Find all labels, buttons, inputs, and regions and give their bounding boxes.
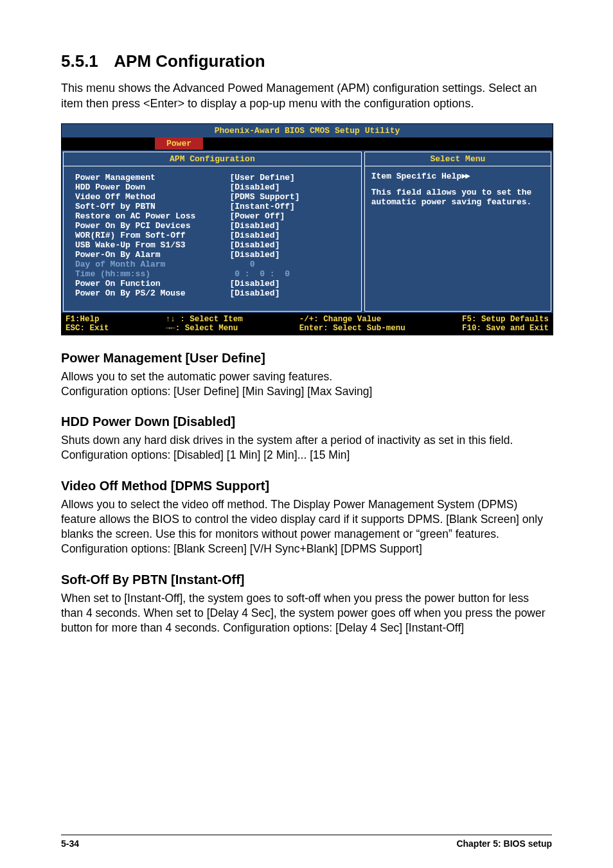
- bios-settings-list: Power ManagementHDD Power DownVideo Off …: [64, 166, 361, 311]
- sub-heading: Power Management [User Define]: [61, 351, 552, 366]
- sub-body: Allows you to set the automatic power sa…: [61, 369, 552, 400]
- bios-setting-label[interactable]: Power On By PCI Devices: [75, 221, 229, 231]
- bios-setting-value[interactable]: [Disabled]: [229, 231, 353, 240]
- bios-setting-value[interactable]: [Instant-Off]: [229, 202, 353, 211]
- bios-footer-mid2: -/+: Change Value Enter: Select Sub-menu: [299, 315, 405, 333]
- section-title: APM Configuration: [114, 51, 265, 71]
- bios-side-header: Select Menu: [365, 152, 551, 166]
- bios-setting-value[interactable]: [Disabled]: [229, 250, 353, 260]
- bios-setting-value[interactable]: [Disabled]: [229, 182, 353, 192]
- bios-footer: F1:Help ESC: Exit ↑↓ : Select Item →←: S…: [62, 313, 553, 335]
- bios-setting-label[interactable]: Power On By PS/2 Mouse: [75, 288, 229, 298]
- sub-heading: Video Off Method [DPMS Support]: [61, 479, 552, 493]
- sub-heading: HDD Power Down [Disabled]: [61, 414, 552, 429]
- help-arrows-icon: ►►: [461, 172, 469, 181]
- sub-body: Shuts down any hard disk drives in the s…: [61, 433, 552, 463]
- section-intro: This menu shows the Advanced Powed Manag…: [61, 80, 552, 112]
- bios-setting-value[interactable]: [Disabled]: [229, 288, 353, 298]
- bios-help-pane: Select Menu Item Specific Help►► This fi…: [364, 152, 551, 312]
- bios-setting-value[interactable]: 0: [229, 260, 353, 269]
- bios-footer-right: F5: Setup Defaults F10: Save and Exit: [462, 315, 549, 333]
- bios-main-pane: APM Configuration Power ManagementHDD Po…: [63, 152, 362, 312]
- bios-tab-power[interactable]: Power: [155, 137, 203, 150]
- bios-setting-value[interactable]: 0 : 0 : 0: [229, 269, 353, 279]
- bios-setting-value[interactable]: [Disabled]: [229, 221, 353, 231]
- bios-setting-value[interactable]: [Disabled]: [229, 240, 353, 250]
- page-footer-chapter: Chapter 5: BIOS setup: [456, 838, 552, 849]
- bios-setting-label[interactable]: WOR(RI#) From Soft-Off: [75, 231, 229, 240]
- sub-body: When set to [Instant-Off], the system go…: [61, 591, 552, 636]
- bios-setting-value[interactable]: [User Define]: [229, 173, 353, 182]
- bios-setting-label[interactable]: HDD Power Down: [75, 182, 229, 192]
- bios-footer-left: F1:Help ESC: Exit: [66, 315, 109, 333]
- bios-help-body: This field allows you to set the automat…: [371, 188, 544, 207]
- bios-setting-label[interactable]: Restore on AC Power Loss: [75, 211, 229, 221]
- sub-body: Allows you to select the video off metho…: [61, 497, 552, 557]
- bios-tab-bar: Power: [62, 137, 553, 150]
- bios-setting-label[interactable]: Day of Month Alarm: [75, 260, 229, 269]
- bios-main-header: APM Configuration: [64, 152, 361, 166]
- section-header: 5.5.1 APM Configuration: [61, 51, 552, 71]
- bios-setting-value[interactable]: [Disabled]: [229, 279, 353, 288]
- sub-heading: Soft-Off By PBTN [Instant-Off]: [61, 572, 552, 587]
- bios-setting-value[interactable]: [PDMS Support]: [229, 192, 353, 202]
- bios-setting-label[interactable]: Power-On By Alarm: [75, 250, 229, 260]
- bios-window: Phoenix-Award BIOS CMOS Setup Utility Po…: [61, 123, 553, 335]
- bios-setting-label[interactable]: Video Off Method: [75, 192, 229, 202]
- bios-setting-label[interactable]: Power Management: [75, 173, 229, 182]
- bios-setting-label[interactable]: Time (hh:mm:ss): [75, 269, 229, 279]
- bios-title: Phoenix-Award BIOS CMOS Setup Utility: [62, 124, 553, 137]
- bios-setting-label[interactable]: Power On Function: [75, 279, 229, 288]
- bios-setting-label[interactable]: USB Wake-Up From S1/S3: [75, 240, 229, 250]
- section-number: 5.5.1: [61, 51, 98, 71]
- bios-setting-value[interactable]: [Power Off]: [229, 211, 353, 221]
- page-number: 5-34: [61, 838, 79, 849]
- bios-footer-mid1: ↑↓ : Select Item →←: Select Menu: [166, 315, 243, 333]
- page-footer: 5-34 Chapter 5: BIOS setup: [0, 838, 613, 849]
- bios-help-heading: Item Specific Help►►: [371, 172, 544, 181]
- bios-setting-label[interactable]: Soft-Off by PBTN: [75, 202, 229, 211]
